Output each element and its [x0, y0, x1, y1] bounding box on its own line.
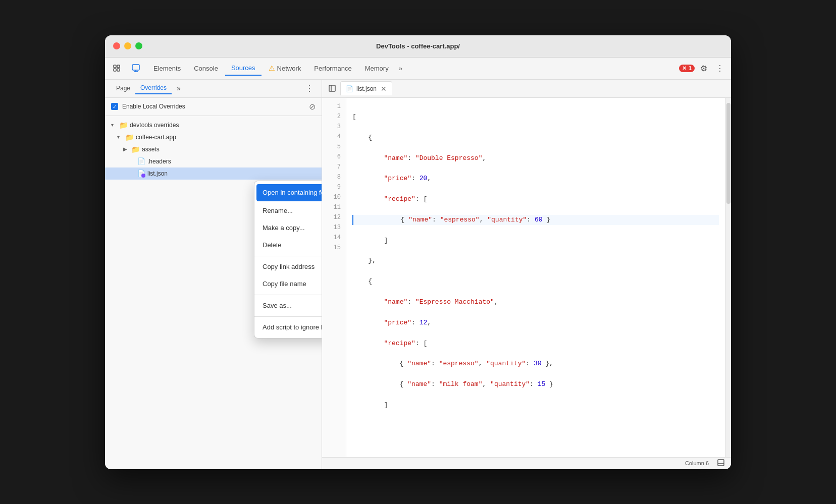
tab-sources-label: Sources: [231, 64, 255, 72]
tree-item-coffee-cart[interactable]: ▾ 📁 coffee-cart.app: [105, 131, 322, 143]
top-tabs-bar: Elements Console Sources ⚠ Network Perfo…: [105, 58, 731, 80]
tab-elements[interactable]: Elements: [147, 61, 187, 76]
tab-performance[interactable]: Performance: [308, 61, 357, 76]
code-line-7: ]: [352, 236, 719, 246]
editor-tab-list-json[interactable]: 📄 list.json ✕: [340, 81, 392, 95]
minimize-button[interactable]: [124, 42, 131, 49]
top-tab-right: ✕ 1 ⚙ ⋮: [679, 61, 727, 75]
code-content[interactable]: [ { "name": "Double Espresso", "price": …: [346, 98, 725, 457]
file-icon-wrapper: 📄: [137, 157, 145, 165]
editor-tab-label: list.json: [356, 85, 377, 92]
tab-more[interactable]: »: [396, 61, 405, 76]
sidebar-toggle-icon[interactable]: [326, 82, 338, 94]
tree-label: devtools overrides: [130, 122, 179, 129]
sidebar-tab-menu[interactable]: ⋮: [303, 83, 316, 94]
window-title: DevTools - coffee-cart.app/: [376, 42, 460, 50]
svg-rect-3: [117, 69, 120, 71]
svg-rect-1: [117, 65, 120, 68]
status-column: Column 6: [685, 460, 709, 466]
code-line-9: {: [352, 277, 719, 287]
editor-tabs: 📄 list.json ✕: [322, 80, 731, 98]
code-line-10: "name": "Espresso Macchiato",: [352, 297, 719, 307]
sidebar-tab-more[interactable]: »: [174, 83, 184, 93]
code-line-11: "price": 12,: [352, 318, 719, 328]
code-line-15: ]: [352, 400, 719, 410]
tab-network-label: Network: [277, 65, 301, 72]
tree-item-list-json[interactable]: ▶ 📄 list.json: [105, 167, 322, 180]
more-menu-button[interactable]: ⋮: [713, 61, 727, 75]
tree-item-headers[interactable]: ▶ 📄 .headers: [105, 155, 322, 167]
cursor-icon[interactable]: [109, 61, 124, 76]
tree-arrow: ▶: [123, 146, 129, 152]
ctx-divider-3: [254, 316, 322, 317]
code-line-14: { "name": "milk foam", "quantity": 15 }: [352, 380, 719, 390]
code-editor: 📄 list.json ✕ 1 2 3 4 5 6 7 8 9 10: [322, 80, 731, 469]
main-area: Page Overrides » ⋮ ✓ Enable Local Overri…: [105, 80, 731, 469]
settings-button[interactable]: ⚙: [697, 61, 711, 75]
tab-file-icon: 📄: [346, 85, 353, 92]
status-console-toggle[interactable]: [717, 459, 725, 468]
code-line-13: { "name": "espresso", "quantity": 30 },: [352, 359, 719, 369]
ctx-rename[interactable]: Rename...: [254, 202, 322, 219]
tree-item-assets[interactable]: ▶ 📁 assets: [105, 143, 322, 155]
tree-item-devtools-overrides[interactable]: ▾ 📁 devtools overrides: [105, 119, 322, 131]
code-line-4: "price": 20,: [352, 174, 719, 184]
devtools-window: DevTools - coffee-cart.app/ Elements Con…: [105, 35, 731, 469]
code-line-6: { "name": "espresso", "quantity": 60 }: [352, 215, 719, 225]
tab-close-button[interactable]: ✕: [381, 85, 387, 93]
tree-label: .headers: [147, 158, 171, 165]
code-line-12: "recipe": [: [352, 339, 719, 349]
file-icon-wrapper-override: 📄: [137, 170, 145, 178]
ctx-open-folder[interactable]: Open in containing folder: [256, 184, 322, 201]
ctx-save-as[interactable]: Save as...: [254, 297, 322, 314]
ctx-copy-link[interactable]: Copy link address: [254, 258, 322, 275]
tab-performance-label: Performance: [314, 65, 351, 72]
tree-arrow: ▾: [111, 122, 117, 128]
ctx-delete[interactable]: Delete: [254, 237, 322, 254]
scrollbar-thumb[interactable]: [726, 103, 730, 204]
folder-icon: 📁: [125, 133, 134, 141]
tree-label: list.json: [147, 170, 168, 177]
ctx-copy-name[interactable]: Copy file name: [254, 275, 322, 293]
ctx-make-copy[interactable]: Make a copy...: [254, 219, 322, 237]
tab-memory[interactable]: Memory: [359, 61, 395, 76]
tree-arrow: ▾: [117, 134, 123, 140]
close-button[interactable]: [113, 42, 120, 49]
error-x-icon: ✕: [682, 65, 687, 72]
ctx-divider-1: [254, 256, 322, 256]
tab-memory-label: Memory: [365, 65, 389, 72]
svg-rect-0: [114, 65, 116, 68]
code-line-2: {: [352, 133, 719, 143]
code-line-8: },: [352, 256, 719, 266]
context-menu: Open in containing folder Rename... Make…: [254, 181, 322, 339]
maximize-button[interactable]: [135, 42, 142, 49]
code-line-3: "name": "Double Espresso",: [352, 153, 719, 163]
error-badge[interactable]: ✕ 1: [679, 65, 695, 72]
enable-overrides-checkbox[interactable]: ✓: [111, 103, 118, 110]
tab-console[interactable]: Console: [188, 61, 224, 76]
error-count: 1: [689, 65, 692, 71]
svg-rect-7: [329, 85, 335, 91]
tab-network[interactable]: ⚠ Network: [263, 61, 307, 76]
code-line-1: [: [352, 112, 719, 122]
clear-overrides-icon[interactable]: ⊘: [309, 102, 316, 111]
tab-sources[interactable]: Sources: [225, 61, 262, 76]
ctx-ignore[interactable]: Add script to ignore list: [254, 319, 322, 336]
line-numbers: 1 2 3 4 5 6 7 8 9 10 11 12 13 14 15: [322, 98, 346, 457]
svg-rect-2: [114, 69, 116, 71]
status-bar: Column 6: [322, 457, 731, 469]
inspect-icon[interactable]: [128, 61, 143, 76]
settings-icon: ⚙: [700, 64, 707, 73]
sidebar-tab-page[interactable]: Page: [111, 83, 135, 94]
sidebar: Page Overrides » ⋮ ✓ Enable Local Overri…: [105, 80, 322, 469]
folder-icon: 📁: [131, 145, 140, 153]
sidebar-tab-overrides[interactable]: Overrides: [135, 82, 172, 94]
enable-overrides-label: Enable Local Overrides: [122, 103, 185, 110]
tab-console-label: Console: [194, 65, 218, 72]
scrollbar-track[interactable]: [725, 98, 731, 457]
warning-icon: ⚠: [269, 64, 275, 72]
code-area[interactable]: 1 2 3 4 5 6 7 8 9 10 11 12 13 14 15 [: [322, 98, 731, 457]
code-line-5: "recipe": [: [352, 194, 719, 204]
svg-rect-9: [718, 460, 724, 466]
enable-overrides-bar: ✓ Enable Local Overrides ⊘: [105, 98, 322, 116]
